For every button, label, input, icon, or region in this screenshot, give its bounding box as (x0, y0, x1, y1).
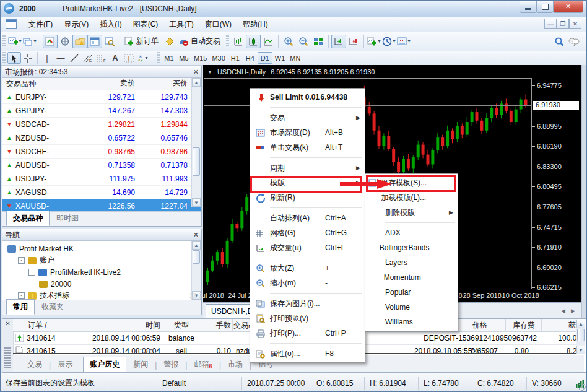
market-watch-row[interactable]: ▲EURJPY-129.721129.743 (2, 90, 201, 104)
market-watch-close-icon[interactable]: ✕ (193, 68, 199, 76)
column-symbol[interactable]: 交易品种 (2, 78, 86, 90)
menubar-item[interactable]: 窗口(W) (199, 17, 237, 32)
terminal-button[interactable] (87, 35, 102, 48)
toolbar-grip[interactable] (157, 52, 160, 64)
navigator-scrollbar[interactable]: ▲ ▼ (191, 241, 201, 300)
terminal-tab-4[interactable]: 警报 (157, 357, 185, 372)
template-menu-item-Momentum[interactable]: Momentum (365, 270, 458, 285)
toolbar-grip[interactable] (2, 35, 6, 48)
context-menu-item-打印P[interactable]: 打印(P)...Ctrl+P (250, 326, 365, 341)
line-chart-button[interactable] (261, 35, 276, 48)
template-menu-item-Williams[interactable]: Williams (365, 315, 458, 329)
periods-button[interactable]: ▾ (381, 35, 396, 48)
zoom-in-button[interactable] (281, 35, 296, 48)
vertical-line-tool-button[interactable]: | (40, 52, 54, 64)
terminal-column-header[interactable]: 库存费 (507, 319, 541, 331)
navigator-tab-0[interactable]: 常用 (6, 299, 35, 315)
close-button[interactable]: ✕ (553, 1, 583, 13)
menubar-item[interactable]: 工具(T) (163, 17, 199, 32)
new-order-button[interactable]: 新订单 (136, 36, 159, 46)
tile-windows-button[interactable] (311, 35, 326, 48)
metaeditor-button[interactable] (162, 35, 177, 48)
period-button-m1[interactable]: M1 (162, 52, 176, 64)
toolbar-grip[interactable] (2, 52, 6, 64)
crosshair-tool-button[interactable] (21, 52, 35, 64)
period-button-d1[interactable]: D1 (258, 52, 272, 64)
shift-chart-button[interactable] (331, 35, 346, 48)
period-button-m5[interactable]: M5 (176, 52, 191, 64)
horizontal-line-tool-button[interactable]: — (54, 52, 67, 64)
market-watch-scrollbar[interactable]: ▲ ▼ (191, 78, 201, 207)
navigator-button[interactable] (72, 35, 87, 48)
template-menu-item-删除模版[interactable]: 删除模版▶ (365, 205, 458, 220)
menubar-item[interactable]: 插入(I) (94, 17, 127, 32)
templates-button[interactable]: ▾ (396, 35, 411, 48)
candlestick-button[interactable] (246, 35, 261, 48)
tree-expander-icon[interactable]: - (28, 269, 35, 276)
resize-grip[interactable] (579, 384, 587, 392)
market-watch-row[interactable]: ▼USDCHF-0.987650.98786 (2, 145, 201, 159)
context-menu-item-交易[interactable]: 交易▶ (250, 110, 365, 125)
restore-button[interactable] (536, 1, 554, 13)
menubar-item[interactable]: 帮助(H) (237, 17, 274, 32)
template-menu-item-Volume[interactable]: Volume (365, 300, 458, 315)
context-menu-item-成交量u[interactable]: 成交量(u)Ctrl+L (250, 240, 365, 255)
market-watch-tab-0[interactable]: 交易品种 (6, 211, 50, 226)
navigator-node[interactable]: -ProfitMarketHK-Live2 (5, 266, 201, 278)
period-button-h4[interactable]: H4 (243, 52, 258, 64)
navigator-node[interactable]: 20000 (5, 278, 201, 290)
period-button-m15[interactable]: M15 (191, 52, 209, 64)
terminal-column-header[interactable]: 订单 / (14, 319, 74, 331)
new-chart-button[interactable]: ▾ (7, 35, 22, 48)
profiles-button[interactable]: ▾ (22, 35, 37, 48)
channel-tool-button[interactable]: E (81, 52, 95, 64)
period-button-w1[interactable]: W1 (272, 52, 288, 64)
tree-expander-icon[interactable]: - (18, 257, 25, 264)
column-bid[interactable]: 卖价 (86, 78, 139, 90)
chat-icon[interactable] (567, 35, 581, 48)
context-menu-item-打印预览v[interactable]: 打印预览(v) (250, 311, 365, 326)
context-menu-item-缩小m[interactable]: 缩小(m)- (250, 276, 365, 290)
data-window-button[interactable] (58, 35, 72, 48)
one-click-expand-icon[interactable]: ▼ (207, 69, 212, 75)
market-watch-row[interactable]: ▲AUDUSD-0.713580.71378 (2, 159, 201, 172)
navigator-tab-1[interactable]: 收藏夹 (35, 299, 71, 315)
chart-document-icon[interactable] (6, 19, 17, 29)
terminal-tab-3[interactable]: 新闻 (126, 357, 155, 372)
context-menu-item-网格G[interactable]: 网格(G)Ctrl+G (250, 225, 365, 240)
terminal-column-header[interactable]: 价格 (454, 319, 505, 331)
terminal-tab-2[interactable]: 账户历史 (83, 357, 126, 372)
period-button-h1[interactable]: H1 (228, 52, 243, 64)
navigator-close-icon[interactable]: ✕ (193, 231, 199, 239)
context-menu-item-保存为图片i[interactable]: 保存为图片(i)... (250, 296, 365, 311)
terminal-tab-6[interactable]: 市场 (221, 357, 250, 372)
market-watch-row[interactable]: ▼USDCAD-1.298211.29844 (2, 118, 201, 131)
arrows-tool-button[interactable]: ▾ (136, 52, 149, 64)
terminal-tab-1[interactable]: 展示 (51, 357, 79, 372)
context-menu-item-属性o[interactable]: 属性(o)...F8 (250, 346, 365, 361)
child-restore-button[interactable]: ❐ (557, 19, 569, 29)
market-watch-row[interactable]: ▲NZDUSD-0.657220.65746 (2, 131, 201, 145)
menubar-item[interactable]: 文件(F) (23, 17, 58, 32)
new-order-icon[interactable] (123, 35, 135, 48)
fibonacci-tool-button[interactable]: F (95, 52, 108, 64)
period-button-mn[interactable]: MN (287, 52, 303, 64)
market-watch-button[interactable] (43, 35, 58, 48)
tab-scroll-right-icon[interactable]: ▶ (571, 308, 575, 314)
context-menu-item-单击交易k[interactable]: 单击交易(k)Alt+T (250, 140, 365, 155)
text-label-tool-button[interactable]: T (122, 52, 136, 64)
navigator-node[interactable]: Profit Market HK (5, 243, 201, 255)
terminal-tab-0[interactable]: 交易 (20, 357, 49, 372)
market-watch-row[interactable]: ▲USDJPY-111.975111.993 (2, 172, 201, 186)
terminal-column-header[interactable]: 手数 (200, 319, 231, 331)
market-watch-tab-1[interactable]: 即时图 (50, 211, 85, 226)
context-menu-item-自动排列A[interactable]: 自动排列(A)Ctrl+A (250, 211, 365, 225)
template-menu-item-BollingerBan[interactable]: BollingerBands (365, 240, 458, 255)
autotrading-icon[interactable] (177, 35, 189, 48)
search-icon[interactable] (552, 35, 567, 48)
navigator-node[interactable]: -账户 (5, 255, 201, 266)
tree-expander-icon[interactable]: - (18, 292, 25, 299)
toolbar-grip[interactable] (226, 35, 229, 48)
market-watch-row[interactable]: ▲XAGUSD-14.69014.729 (2, 186, 201, 199)
context-menu-item-SellLimit001[interactable]: Sell Limit 0.016.94438 (250, 90, 365, 105)
